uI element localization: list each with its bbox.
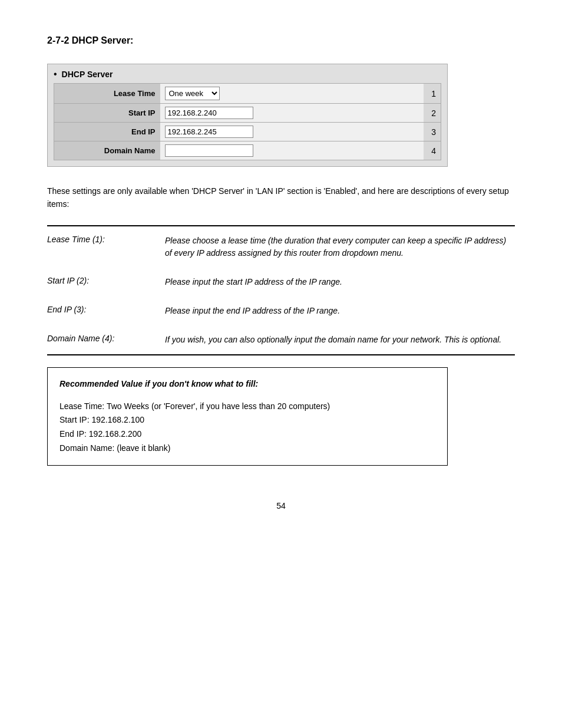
item-label-end-ip: End IP (3): xyxy=(47,297,165,325)
bottom-divider xyxy=(47,354,515,355)
bullet-icon: • xyxy=(54,69,57,80)
item-label-start-ip: Start IP (2): xyxy=(47,268,165,297)
start-ip-label: Start IP xyxy=(54,104,160,123)
item-label-lease-time: Lease Time (1): xyxy=(47,226,165,268)
row-number-4: 4 xyxy=(424,141,441,160)
item-desc-lease-time: Please choose a lease time (the duration… xyxy=(165,226,515,268)
domain-name-input[interactable] xyxy=(165,144,253,157)
end-ip-input-cell xyxy=(160,123,424,141)
row-number-1: 1 xyxy=(424,84,441,104)
list-item: Start IP (2): Please input the start IP … xyxy=(47,268,515,297)
table-row: Start IP 2 xyxy=(54,104,441,123)
domain-name-input-cell xyxy=(160,141,424,160)
item-desc-start-ip: Please input the start IP address of the… xyxy=(165,268,515,297)
table-row: Lease Time One week Forever Two Weeks On… xyxy=(54,84,441,104)
recommended-items: Lease Time: Two Weeks (or 'Forever', if … xyxy=(59,400,435,456)
dhcp-section-title: DHCP Server xyxy=(62,70,113,79)
table-row: End IP 3 xyxy=(54,123,441,141)
dhcp-server-container: • DHCP Server Lease Time One week Foreve… xyxy=(47,64,448,167)
recommended-box: Recommended Value if you don't know what… xyxy=(47,367,448,466)
recommended-item-4: Domain Name: (leave it blank) xyxy=(59,442,435,456)
items-table: Lease Time (1): Please choose a lease ti… xyxy=(47,226,515,354)
lease-time-label: Lease Time xyxy=(54,84,160,104)
item-desc-domain-name: If you wish, you can also optionally inp… xyxy=(165,325,515,354)
list-item: Domain Name (4): If you wish, you can al… xyxy=(47,325,515,354)
recommended-item-1: Lease Time: Two Weeks (or 'Forever', if … xyxy=(59,400,435,414)
end-ip-label: End IP xyxy=(54,123,160,141)
domain-name-label: Domain Name xyxy=(54,141,160,160)
recommended-item-3: End IP: 192.168.2.200 xyxy=(59,427,435,442)
row-number-3: 3 xyxy=(424,123,441,141)
dhcp-table: Lease Time One week Forever Two Weeks On… xyxy=(54,83,441,160)
dhcp-header: • DHCP Server xyxy=(54,69,441,80)
end-ip-input[interactable] xyxy=(165,126,253,138)
item-desc-end-ip: Please input the end IP address of the I… xyxy=(165,297,515,325)
recommended-title: Recommended Value if you don't know what… xyxy=(59,377,435,391)
start-ip-input-cell xyxy=(160,104,424,123)
lease-time-select[interactable]: One week Forever Two Weeks One Day One H… xyxy=(165,87,220,100)
recommended-item-2: Start IP: 192.168.2.100 xyxy=(59,413,435,427)
list-item: End IP (3): Please input the end IP addr… xyxy=(47,297,515,325)
table-row: Domain Name 4 xyxy=(54,141,441,160)
page-title: 2-7-2 DHCP Server: xyxy=(47,35,515,46)
page-number: 54 xyxy=(47,501,515,510)
start-ip-input[interactable] xyxy=(165,107,253,119)
list-item: Lease Time (1): Please choose a lease ti… xyxy=(47,226,515,268)
description-text: These settings are only available when '… xyxy=(47,185,515,211)
item-label-domain-name: Domain Name (4): xyxy=(47,325,165,354)
lease-time-input-cell: One week Forever Two Weeks One Day One H… xyxy=(160,84,424,104)
row-number-2: 2 xyxy=(424,104,441,123)
